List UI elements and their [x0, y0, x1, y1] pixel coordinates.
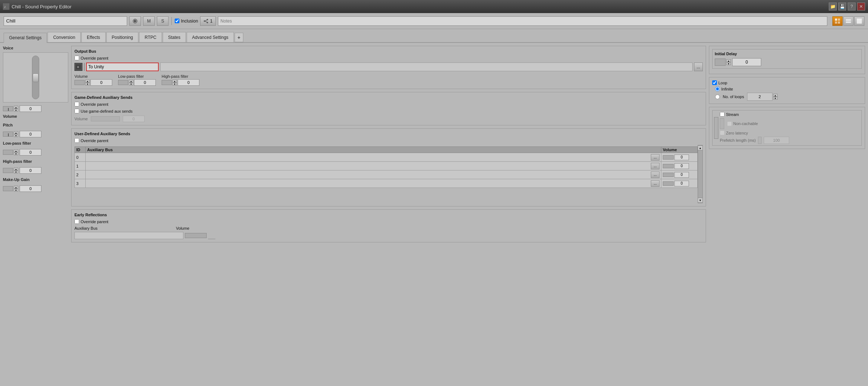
game-aux-use-checkbox[interactable]	[74, 109, 79, 113]
hp-down[interactable]: ▼	[173, 83, 177, 85]
voice-volume-down[interactable]: ▼	[14, 109, 18, 112]
makeup-up[interactable]: ▲	[14, 186, 18, 189]
lp-down[interactable]: ▼	[129, 83, 133, 85]
row-vol-input-1[interactable]	[674, 163, 689, 169]
scroll-up[interactable]: ▲	[698, 145, 703, 150]
bus-name-input[interactable]	[86, 63, 159, 71]
row-vol-slider-1[interactable]	[663, 164, 674, 168]
delay-up[interactable]: ▲	[726, 59, 731, 62]
solo-button[interactable]: S	[157, 16, 169, 26]
pitch-input[interactable]	[20, 131, 41, 137]
row-vol-slider-2[interactable]	[663, 173, 674, 177]
lowpass-slider[interactable]: ▲ ▼	[3, 149, 18, 155]
sound-name-input[interactable]	[4, 16, 127, 26]
loops-down[interactable]: ▼	[773, 97, 778, 100]
tab-positioning[interactable]: Positioning	[106, 32, 139, 42]
row-vol-slider-0[interactable]	[663, 155, 674, 160]
row-bus-btn-3[interactable]: ...	[651, 180, 660, 187]
row-bus-0[interactable]: ...	[86, 153, 661, 162]
tab-rtpc[interactable]: RTPC	[139, 32, 162, 42]
mute-button[interactable]: M	[143, 16, 155, 26]
folder-btn[interactable]: 📁	[829, 3, 837, 11]
notes-input[interactable]	[218, 16, 827, 26]
play-button[interactable]	[129, 16, 141, 26]
bus-add-btn[interactable]: +	[74, 63, 82, 71]
help-btn[interactable]: ?	[848, 3, 856, 11]
highpass-arrows[interactable]: ▲ ▼	[14, 168, 18, 173]
game-aux-override-checkbox[interactable]	[74, 102, 79, 106]
highpass-up[interactable]: ▲	[14, 168, 18, 170]
row-bus-btn-0[interactable]: ...	[651, 154, 660, 161]
volume-up[interactable]: ▲	[85, 80, 90, 83]
lowpass-arrows[interactable]: ▲ ▼	[14, 149, 18, 155]
highpass-input[interactable]	[20, 167, 41, 174]
loops-input[interactable]	[747, 93, 772, 101]
lowpass-filter-arrows[interactable]: ▲ ▼	[129, 80, 133, 85]
makeup-input[interactable]	[20, 185, 41, 192]
lowpass-up[interactable]: ▲	[14, 149, 18, 152]
scroll-down[interactable]: ▼	[698, 198, 703, 203]
volume-filter-slider[interactable]	[74, 80, 85, 85]
row-vol-slider-3[interactable]	[663, 181, 674, 186]
pitch-slider[interactable]: ▲ ▼	[3, 131, 18, 137]
voice-volume-slider[interactable]: ▲ ▼	[3, 106, 18, 112]
table-scrollbar[interactable]: ▲ ▼	[698, 145, 703, 203]
volume-down[interactable]: ▼	[85, 83, 90, 85]
lowpass-input[interactable]	[20, 149, 41, 156]
tab-general-settings[interactable]: General Settings	[4, 33, 47, 43]
early-override-checkbox[interactable]	[74, 219, 79, 224]
row-vol-input-3[interactable]	[674, 181, 689, 186]
user-aux-override-checkbox[interactable]	[74, 138, 79, 143]
voice-volume-input[interactable]	[20, 105, 41, 112]
inclusion-label[interactable]: Inclusion	[175, 19, 198, 24]
volume-filter-input[interactable]	[90, 79, 112, 86]
highpass-slider[interactable]: ▲ ▼	[3, 168, 18, 173]
row-bus-2[interactable]: ...	[86, 170, 661, 179]
voice-volume-up[interactable]: ▲	[14, 106, 18, 109]
pitch-up[interactable]: ▲	[14, 131, 18, 134]
save-btn[interactable]: 💾	[838, 3, 846, 11]
loop-checkbox[interactable]	[712, 80, 717, 85]
tab-conversion[interactable]: Conversion	[48, 32, 81, 42]
highpass-filter-input[interactable]	[178, 79, 199, 86]
tab-add[interactable]: +	[235, 33, 243, 42]
view-btn-2[interactable]	[843, 16, 853, 26]
makeup-slider[interactable]: ▲ ▼	[3, 186, 18, 192]
makeup-down[interactable]: ▼	[14, 189, 18, 192]
inclusion-checkbox[interactable]	[175, 19, 179, 23]
lowpass-down[interactable]: ▼	[14, 152, 18, 155]
delay-down[interactable]: ▼	[726, 62, 731, 65]
highpass-down[interactable]: ▼	[14, 170, 18, 173]
highpass-filter-slider[interactable]	[162, 80, 172, 85]
view-btn-3[interactable]	[854, 16, 864, 26]
lp-up[interactable]: ▲	[129, 80, 133, 83]
noofloops-radio[interactable]	[715, 95, 720, 99]
share-button[interactable]: 1	[200, 16, 216, 26]
row-bus-btn-1[interactable]: ...	[651, 163, 660, 169]
voice-volume-arrows[interactable]: ▲ ▼	[14, 106, 18, 112]
row-vol-input-2[interactable]	[674, 172, 689, 178]
row-vol-input-0[interactable]	[674, 154, 689, 160]
pitch-arrows[interactable]: ▲ ▼	[14, 131, 18, 137]
makeup-arrows[interactable]: ▲ ▼	[14, 186, 18, 192]
tab-states[interactable]: States	[163, 32, 186, 42]
view-btn-1[interactable]	[832, 16, 843, 26]
volume-arrows[interactable]: ▲ ▼	[85, 80, 90, 85]
delay-arrows[interactable]: ▲ ▼	[726, 59, 731, 65]
infinite-radio[interactable]	[715, 87, 720, 91]
lowpass-filter-slider[interactable]	[118, 80, 128, 85]
highpass-filter-arrows[interactable]: ▲ ▼	[173, 80, 177, 85]
loops-up[interactable]: ▲	[773, 94, 778, 97]
bus-ellipsis-btn[interactable]: ...	[694, 63, 703, 71]
stream-checkbox[interactable]	[720, 112, 725, 117]
early-vol-slider[interactable]	[185, 233, 207, 238]
hp-up[interactable]: ▲	[173, 80, 177, 83]
close-btn[interactable]: ✕	[857, 3, 865, 11]
loops-arrows[interactable]: ▲ ▼	[773, 94, 778, 100]
voice-slider[interactable]	[32, 56, 39, 99]
row-bus-btn-2[interactable]: ...	[651, 172, 660, 178]
delay-slider[interactable]	[715, 59, 726, 66]
override-checkbox[interactable]	[74, 56, 79, 60]
lowpass-filter-input[interactable]	[134, 79, 156, 86]
tab-advanced-settings[interactable]: Advanced Settings	[187, 32, 234, 42]
